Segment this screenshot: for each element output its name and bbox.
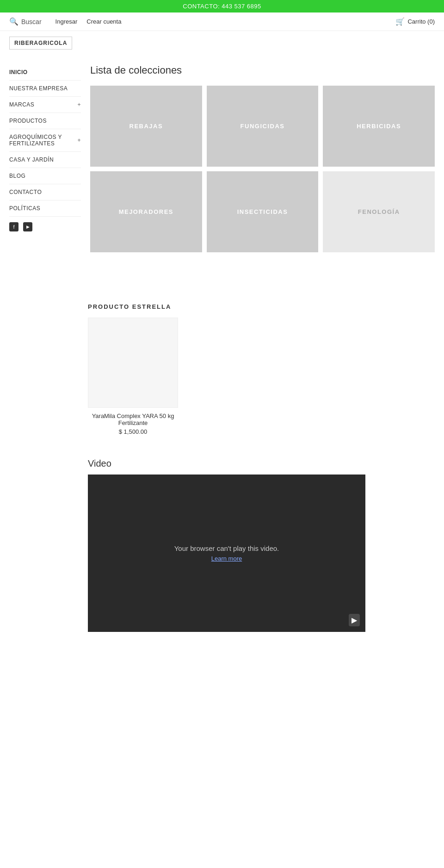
collection-insecticidas[interactable]: INSECTICIDAS (207, 171, 319, 252)
product-image (88, 318, 178, 408)
sidebar-item-politicas[interactable]: POLÍTICAS (9, 200, 81, 217)
register-link[interactable]: Crear cuenta (86, 18, 121, 25)
sidebar-item-agroquimicos[interactable]: AGROQUÍMICOS Y FERTILIZANTES + (9, 129, 81, 152)
main-layout: INICIO NUESTRA EMPRESA MARCAS + PRODUCTO… (0, 64, 444, 252)
video-message: Your browser can't play this video. (174, 544, 279, 552)
sidebar-social: f ▶ (9, 217, 81, 237)
collections-area: Lista de colecciones REBAJAS FUNGICIDAS … (90, 64, 435, 252)
sidebar-label-agroquimicos: AGROQUÍMICOS Y FERTILIZANTES (9, 134, 77, 147)
product-card[interactable]: YaraMila Complex YARA 50 kg Fertilizante… (88, 318, 178, 435)
collection-mejoradores[interactable]: MEJORADORES (90, 171, 202, 252)
sidebar-plus-agroquimicos: + (77, 137, 81, 144)
search-button[interactable]: 🔍 Buscar (9, 17, 42, 26)
logo-area: RIBERAGRICOLA (0, 31, 444, 55)
product-section-title: PRODUCTO ESTRELLA (88, 303, 435, 310)
youtube-icon[interactable]: ▶ (23, 222, 32, 231)
collection-fenologia[interactable]: FENOLOGÍA (323, 171, 435, 252)
collection-label-fungicidas: FUNGICIDAS (240, 123, 285, 130)
sidebar-item-inicio[interactable]: INICIO (9, 64, 81, 81)
cart-label: Carrito (0) (407, 18, 435, 25)
sidebar: INICIO NUESTRA EMPRESA MARCAS + PRODUCTO… (9, 64, 81, 252)
header: 🔍 Buscar Ingresar Crear cuenta 🛒 Carrito… (0, 12, 444, 31)
sidebar-label-marcas: MARCAS (9, 101, 34, 108)
collections-grid: REBAJAS FUNGICIDAS HERBICIDAS MEJORADORE… (90, 86, 435, 252)
search-label: Buscar (21, 18, 42, 25)
product-section: PRODUCTO ESTRELLA YaraMila Complex YARA … (0, 294, 444, 435)
sidebar-label-contacto: CONTACTO (9, 189, 42, 195)
collection-rebajas[interactable]: REBAJAS (90, 86, 202, 167)
collection-label-mejoradores: MEJORADORES (119, 208, 173, 215)
sidebar-label-politicas: POLÍTICAS (9, 205, 40, 212)
sidebar-label-productos: PRODUCTOS (9, 118, 47, 124)
sidebar-item-marcas[interactable]: MARCAS + (9, 97, 81, 113)
sidebar-item-casa-jardin[interactable]: CASA Y JARDÍN (9, 152, 81, 168)
collection-label-herbicidas: HERBICIDAS (357, 123, 401, 130)
cart-icon: 🛒 (395, 17, 405, 26)
logo[interactable]: RIBERAGRICOLA (9, 37, 72, 50)
video-learn-more-link[interactable]: Learn more (211, 555, 242, 562)
top-bar: CONTACTO: 443 537 6895 (0, 0, 444, 12)
collection-label-insecticidas: INSECTICIDAS (237, 208, 288, 215)
collection-fungicidas[interactable]: FUNGICIDAS (207, 86, 319, 167)
sidebar-label-inicio: INICIO (9, 69, 28, 75)
spacer-3 (0, 632, 444, 660)
header-nav: Ingresar Crear cuenta (56, 18, 122, 25)
collections-title: Lista de colecciones (90, 64, 435, 76)
product-price: $ 1,500.00 (88, 428, 178, 435)
sidebar-label-nuestra-empresa: NUESTRA EMPRESA (9, 85, 68, 92)
sidebar-item-blog[interactable]: BLOG (9, 168, 81, 184)
login-link[interactable]: Ingresar (56, 18, 78, 25)
sidebar-label-casa-jardin: CASA Y JARDÍN (9, 156, 54, 163)
contact-text: CONTACTO: 443 537 6895 (183, 3, 261, 10)
sidebar-item-nuestra-empresa[interactable]: NUESTRA EMPRESA (9, 81, 81, 97)
spacer-1 (0, 252, 444, 280)
video-player: Your browser can't play this video. Lear… (88, 475, 365, 632)
facebook-icon[interactable]: f (9, 222, 18, 231)
collection-label-fenologia: FENOLOGÍA (358, 208, 400, 215)
sidebar-plus-marcas: + (77, 101, 81, 108)
youtube-player-icon: ▶ (349, 614, 360, 626)
video-section: Video Your browser can't play this video… (0, 444, 444, 632)
search-icon: 🔍 (9, 17, 18, 26)
sidebar-label-blog: BLOG (9, 173, 25, 179)
spacer-2 (0, 435, 444, 444)
sidebar-item-productos[interactable]: PRODUCTOS (9, 113, 81, 129)
sidebar-item-contacto[interactable]: CONTACTO (9, 184, 81, 200)
product-name: YaraMila Complex YARA 50 kg Fertilizante (88, 412, 178, 426)
cart-button[interactable]: 🛒 Carrito (0) (395, 17, 435, 26)
video-section-title: Video (88, 458, 435, 469)
collection-label-rebajas: REBAJAS (130, 123, 163, 130)
collection-herbicidas[interactable]: HERBICIDAS (323, 86, 435, 167)
